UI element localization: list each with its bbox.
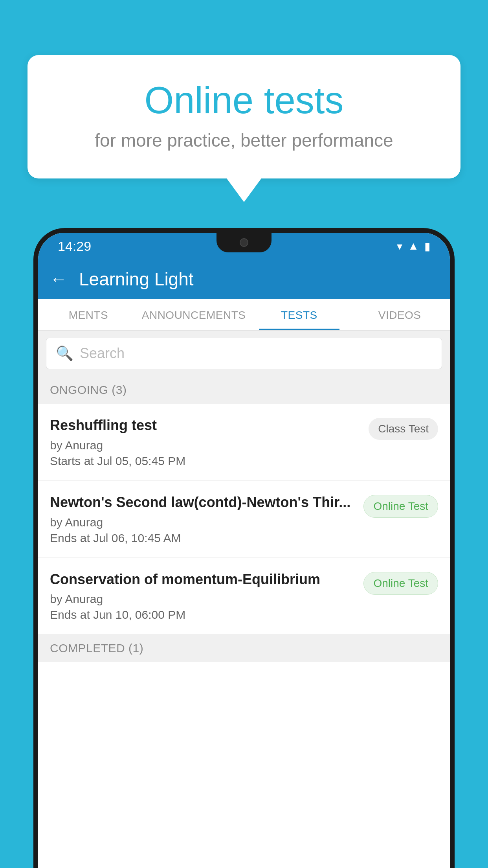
- test-author: by Anurag: [50, 516, 356, 529]
- speech-bubble: Online tests for more practice, better p…: [28, 55, 460, 178]
- phone-inner: 14:29 ▾ ▲ ▮ ← Learning Light MENTS ANNOU…: [38, 233, 450, 868]
- test-list: Reshuffling test by Anurag Starts at Jul…: [38, 404, 450, 868]
- search-container: 🔍 Search: [38, 331, 450, 376]
- test-item[interactable]: Newton's Second law(contd)-Newton's Thir…: [38, 481, 450, 558]
- test-info: Newton's Second law(contd)-Newton's Thir…: [50, 493, 356, 545]
- search-icon: 🔍: [56, 345, 73, 362]
- back-button[interactable]: ←: [50, 269, 67, 289]
- status-bar: 14:29 ▾ ▲ ▮: [38, 233, 450, 259]
- test-info: Conservation of momentum-Equilibrium by …: [50, 570, 356, 622]
- tab-bar: MENTS ANNOUNCEMENTS TESTS VIDEOS: [38, 299, 450, 331]
- phone-screen: 14:29 ▾ ▲ ▮ ← Learning Light MENTS ANNOU…: [38, 233, 450, 868]
- speech-bubble-arrow: [227, 178, 261, 202]
- tab-videos[interactable]: VIDEOS: [349, 299, 450, 330]
- tab-tests[interactable]: TESTS: [249, 299, 349, 330]
- test-item[interactable]: Conservation of momentum-Equilibrium by …: [38, 558, 450, 635]
- status-icons: ▾ ▲ ▮: [397, 240, 430, 253]
- test-name: Reshuffling test: [50, 416, 361, 435]
- test-date: Ends at Jun 10, 06:00 PM: [50, 608, 356, 622]
- test-name: Conservation of momentum-Equilibrium: [50, 570, 356, 589]
- test-badge: Online Test: [363, 572, 438, 595]
- test-info: Reshuffling test by Anurag Starts at Jul…: [50, 416, 361, 468]
- front-camera: [240, 238, 248, 247]
- test-author: by Anurag: [50, 592, 356, 606]
- speech-bubble-subtitle: for more practice, better performance: [59, 130, 429, 151]
- completed-section-header: COMPLETED (1): [38, 634, 450, 662]
- phone-frame: 14:29 ▾ ▲ ▮ ← Learning Light MENTS ANNOU…: [33, 228, 455, 868]
- signal-icon: ▲: [408, 240, 419, 252]
- search-bar[interactable]: 🔍 Search: [46, 338, 442, 369]
- phone-notch: [216, 233, 272, 252]
- ongoing-section-header: ONGOING (3): [38, 376, 450, 404]
- test-name: Newton's Second law(contd)-Newton's Thir…: [50, 493, 356, 512]
- app-header: ← Learning Light: [38, 259, 450, 299]
- tab-ments[interactable]: MENTS: [38, 299, 139, 330]
- test-date: Starts at Jul 05, 05:45 PM: [50, 454, 361, 468]
- search-placeholder: Search: [80, 345, 125, 362]
- test-item[interactable]: Reshuffling test by Anurag Starts at Jul…: [38, 404, 450, 481]
- status-time: 14:29: [58, 239, 91, 254]
- speech-bubble-container: Online tests for more practice, better p…: [28, 55, 460, 202]
- test-badge: Class Test: [369, 418, 438, 440]
- speech-bubble-title: Online tests: [59, 79, 429, 122]
- test-author: by Anurag: [50, 439, 361, 452]
- app-title: Learning Light: [79, 268, 194, 290]
- test-badge: Online Test: [363, 495, 438, 518]
- test-date: Ends at Jul 06, 10:45 AM: [50, 531, 356, 545]
- battery-icon: ▮: [424, 240, 430, 253]
- tab-announcements[interactable]: ANNOUNCEMENTS: [139, 299, 249, 330]
- wifi-icon: ▾: [397, 240, 402, 253]
